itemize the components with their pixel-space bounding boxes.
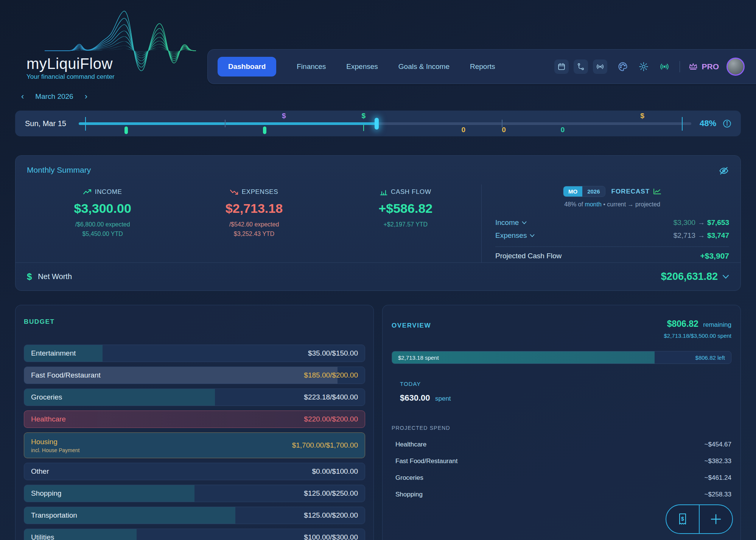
add-button[interactable] (700, 505, 732, 533)
monthly-summary-card: Monthly Summary INCOME $3,300.00 /$6,800… (15, 155, 741, 291)
timeline-thumb[interactable] (375, 118, 379, 130)
dollar-marker-tick (363, 125, 364, 131)
broadcast-icon (596, 62, 604, 71)
add-transaction-button[interactable]: $ (666, 505, 700, 533)
info-icon[interactable] (722, 119, 732, 128)
projected-category: Groceries (395, 474, 423, 482)
income-value: $3,300.00 (27, 201, 178, 216)
remaining-label: remaining (703, 321, 731, 328)
budget-row-other[interactable]: Other $0.00/$100.00 (24, 463, 365, 480)
cashflow-ytd: +$2,197.57 YTD (330, 220, 481, 229)
pro-badge[interactable]: PRO (688, 62, 719, 71)
budget-panel: BUDGET Entertainment $35.00/$150.00 Fast… (15, 305, 374, 540)
toggle-month[interactable]: MO (563, 186, 582, 197)
route-button[interactable] (574, 59, 588, 74)
tab-goals-income[interactable]: Goals & Income (398, 62, 450, 71)
income-ytd: $5,450.00 YTD (27, 229, 178, 239)
next-month-button[interactable]: › (85, 92, 87, 101)
spend-progress-bar: $2,713.18 spent $806.82 left (392, 351, 731, 364)
spent-label: $2,713.18 spent (398, 354, 439, 361)
avatar[interactable] (726, 58, 745, 76)
budget-amount: $223.18/$400.00 (304, 393, 358, 401)
left-label: $806.82 left (695, 354, 725, 361)
dollar-icon: $ (27, 272, 32, 282)
budget-row-fast-food-restaurant[interactable]: Fast Food/Restaurant $185.00/$200.00 (24, 367, 365, 384)
forecast-title: FORECAST (611, 188, 650, 195)
projected-category: Shopping (395, 491, 423, 498)
receipt-icon: $ (677, 512, 688, 526)
dollar-marker: $ (282, 112, 286, 120)
header-bar: DashboardFinancesExpensesGoals & IncomeR… (207, 49, 756, 84)
today-spent-value: $630.00 (400, 393, 430, 403)
month-navigator: ‹ March 2026 › (21, 92, 87, 101)
toggle-year[interactable]: 2026 (582, 186, 605, 197)
budget-amount: $125.00/$200.00 (304, 511, 358, 520)
timeline-date-label: Sun, Mar 15 (25, 119, 79, 128)
budget-amount: $125.00/$250.00 (304, 489, 358, 498)
chart-line-icon (653, 188, 661, 195)
budget-row-shopping[interactable]: Shopping $125.00/$250.00 (24, 485, 365, 502)
timeline-progress-rest (376, 122, 691, 125)
income-stat: INCOME $3,300.00 /$6,800.00 expected $5,… (27, 188, 178, 262)
payday-dot-marker (124, 126, 128, 134)
timeline-percent: 48% (700, 119, 716, 128)
month-timeline: Sun, Mar 15 $$$000 48% (15, 111, 741, 136)
prev-month-button[interactable]: ‹ (21, 92, 24, 101)
timeline-track[interactable]: $$$000 (79, 111, 691, 136)
svg-text:$: $ (681, 516, 684, 522)
forecast-row-income[interactable]: Income $3,300→$7,653 (495, 216, 729, 229)
summary-stats: INCOME $3,300.00 /$6,800.00 expected $5,… (27, 184, 481, 262)
overview-remaining-block: $806.82 remaining $2,713.18/$3,500.00 sp… (664, 319, 732, 339)
palette-icon (618, 61, 628, 72)
nav-tabs: DashboardFinancesExpensesGoals & IncomeR… (218, 57, 495, 76)
crown-icon (688, 62, 698, 71)
projected-amount: ~$382.33 (705, 457, 731, 465)
current-month-label: March 2026 (35, 92, 73, 101)
theme-button[interactable] (618, 61, 628, 72)
timeline-tick (225, 120, 226, 127)
projected-spend-rows: Healthcare ~$454.67 Fast Food/Restaurant… (392, 436, 731, 503)
projected-spend-row: Groceries ~$461.24 (392, 470, 731, 486)
budget-category-label: Shopping (31, 489, 61, 498)
live-button[interactable] (659, 61, 670, 72)
expenses-value: $2,713.18 (178, 201, 330, 216)
plus-icon (710, 513, 722, 525)
expenses-stat: EXPENSES $2,713.18 /$542.60 expected $3,… (178, 188, 330, 262)
expenses-expected: /$542.60 expected (178, 220, 330, 229)
projected-amount: ~$461.24 (705, 474, 731, 482)
eye-off-icon[interactable] (719, 165, 729, 176)
pro-label: PRO (702, 62, 719, 71)
projected-amount: ~$454.67 (705, 441, 731, 448)
budget-row-housing[interactable]: Housing incl. House Payment $1,700.00/$1… (24, 432, 365, 458)
bar-chart-icon (380, 189, 387, 195)
net-worth-expander[interactable]: $206,631.82 (661, 271, 729, 282)
budget-amount: $35.00/$150.00 (308, 349, 358, 357)
tab-expenses[interactable]: Expenses (346, 62, 378, 71)
spent-summary: $2,713.18/$3,500.00 spent (664, 332, 732, 339)
tab-reports[interactable]: Reports (470, 62, 495, 71)
projected-spend-row: Shopping ~$258.33 (392, 486, 731, 503)
forecast-row-expenses[interactable]: Expenses $2,713→$3,747 (495, 229, 729, 242)
budget-row-entertainment[interactable]: Entertainment $35.00/$150.00 (24, 345, 365, 362)
cashflow-value: +$586.82 (330, 201, 481, 216)
budget-row-transportation[interactable]: Transportation $125.00/$200.00 (24, 507, 365, 524)
budget-category-label: Utilities (31, 533, 54, 540)
projected-category: Healthcare (395, 441, 426, 448)
budget-row-healthcare[interactable]: Healthcare $220.00/$200.00 (24, 410, 365, 428)
tab-finances[interactable]: Finances (297, 62, 326, 71)
tab-dashboard[interactable]: Dashboard (218, 57, 276, 76)
budget-row-groceries[interactable]: Groceries $223.18/$400.00 (24, 389, 365, 406)
budget-row-utilities[interactable]: Utilities $100.00/$300.00 (24, 529, 365, 540)
net-worth-value: $206,631.82 (661, 271, 718, 282)
budget-rows: Entertainment $35.00/$150.00 Fast Food/R… (24, 345, 365, 540)
trending-down-icon (230, 189, 238, 195)
header-actions: PRO (549, 58, 745, 76)
calendar-button[interactable] (554, 59, 569, 74)
broadcast-button[interactable] (593, 59, 607, 74)
budget-category-label: Housing (31, 438, 79, 446)
net-worth-row: $ Net Worth $206,631.82 (16, 262, 740, 290)
projected-spend-row: Healthcare ~$454.67 (392, 436, 731, 453)
settings-button[interactable] (638, 61, 649, 72)
expenses-label: EXPENSES (242, 188, 278, 196)
forecast-subtitle: 48% of month • current → projected (495, 201, 729, 208)
